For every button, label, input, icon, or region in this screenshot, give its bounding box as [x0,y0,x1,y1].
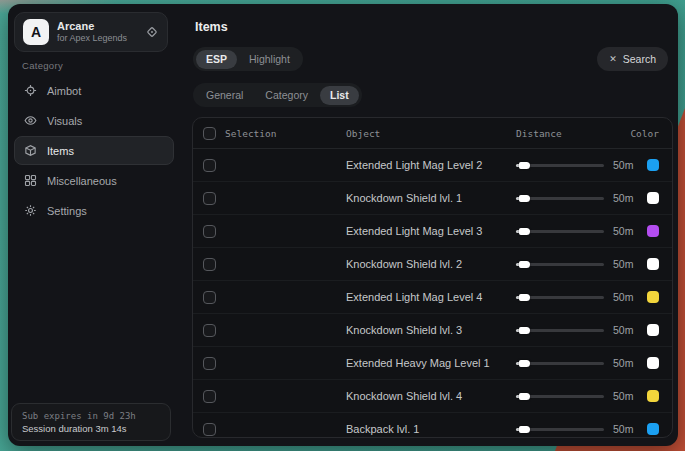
object-name: Knockdown Shield lvl. 3 [346,324,516,336]
distance-slider[interactable] [516,290,604,304]
row-checkbox[interactable] [203,159,216,172]
object-name: Extended Heavy Mag Level 1 [346,357,516,369]
table-row: Knockdown Shield lvl. 1 50m [193,182,672,215]
slider-thumb[interactable] [519,294,530,301]
category-label: Category [22,60,63,71]
sub-expiry-text: Sub expires in 9d 23h [22,411,160,421]
distance-slider[interactable] [516,158,604,172]
sidebar-nav: Aimbot Visuals Items Miscellaneous Setti… [14,76,174,226]
view-tabs: GeneralCategoryList [193,83,362,107]
mode-tabs: ESPHighlight [193,47,303,71]
slider-thumb[interactable] [519,327,530,334]
color-swatch[interactable] [647,291,659,303]
slider-thumb[interactable] [519,228,530,235]
distance-value: 50m [613,291,647,303]
object-name: Backpack lvl. 1 [346,423,516,435]
sidebar-item-label: Visuals [47,115,82,127]
row-checkbox[interactable] [203,324,216,337]
color-swatch[interactable] [647,192,659,204]
row-checkbox[interactable] [203,390,216,403]
select-all-checkbox[interactable] [203,127,216,140]
tab-general[interactable]: General [196,86,253,105]
tab-highlight[interactable]: Highlight [239,50,300,69]
slider-thumb[interactable] [519,261,530,268]
slider-thumb[interactable] [519,360,530,367]
sidebar-item-aimbot[interactable]: Aimbot [14,76,174,105]
distance-slider[interactable] [516,389,604,403]
slider-thumb[interactable] [519,426,530,433]
row-checkbox[interactable] [203,192,216,205]
app-logo: A [23,19,49,45]
tab-esp[interactable]: ESP [196,50,237,69]
row-checkbox[interactable] [203,225,216,238]
distance-slider[interactable] [516,191,604,205]
package-icon [24,144,38,158]
sidebar-item-miscellaneous[interactable]: Miscellaneous [14,166,174,195]
session-duration-text: Session duration 3m 14s [22,423,160,434]
sidebar-item-label: Settings [47,205,87,217]
distance-slider[interactable] [516,323,604,337]
distance-slider[interactable] [516,422,604,436]
gear-icon [24,204,38,218]
search-button-label: Search [623,53,656,65]
distance-value: 50m [613,258,647,270]
session-info-card: Sub expires in 9d 23h Session duration 3… [11,403,171,441]
distance-value: 50m [613,324,647,336]
color-swatch[interactable] [647,390,659,402]
distance-value: 50m [613,390,647,402]
row-checkbox[interactable] [203,357,216,370]
close-icon: ✕ [609,54,617,64]
color-swatch[interactable] [647,324,659,336]
tab-list[interactable]: List [320,86,359,105]
object-name: Extended Light Mag Level 3 [346,225,516,237]
distance-slider[interactable] [516,356,604,370]
color-swatch[interactable] [647,423,659,435]
brand-text: Arcane for Apex Legends [57,20,137,45]
page-title: Items [195,20,228,34]
app-subtitle: for Apex Legends [57,33,137,44]
table-row: Extended Light Mag Level 4 50m [193,281,672,314]
sidebar-item-label: Aimbot [47,85,81,97]
table-row: Extended Light Mag Level 3 50m [193,215,672,248]
color-swatch[interactable] [647,258,659,270]
column-header-color: Color [629,128,672,139]
color-swatch[interactable] [647,225,659,237]
table-header-row: Selection Object Distance Color [193,118,672,149]
sidebar-item-items[interactable]: Items [14,136,174,165]
eye-icon [24,114,38,128]
color-swatch[interactable] [647,159,659,171]
table-row: Backpack lvl. 1 50m [193,413,672,438]
sidebar-item-settings[interactable]: Settings [14,196,174,225]
distance-value: 50m [613,423,647,435]
distance-value: 50m [613,357,647,369]
sidebar-item-visuals[interactable]: Visuals [14,106,174,135]
row-checkbox[interactable] [203,423,216,436]
main-content: Items ESPHighlight ✕ Search GeneralCateg… [180,4,678,446]
table-row: Extended Heavy Mag Level 1 50m [193,347,672,380]
slider-thumb[interactable] [519,393,530,400]
app-name: Arcane [57,20,137,34]
row-checkbox[interactable] [203,258,216,271]
distance-slider[interactable] [516,257,604,271]
aimbot-crosshair-icon [24,84,38,98]
slider-thumb[interactable] [519,162,530,169]
search-button[interactable]: ✕ Search [597,47,668,71]
object-name: Knockdown Shield lvl. 4 [346,390,516,402]
sidebar-item-label: Items [47,145,74,157]
column-header-object: Object [346,128,516,139]
object-name: Knockdown Shield lvl. 2 [346,258,516,270]
table-row: Knockdown Shield lvl. 3 50m [193,314,672,347]
table-row: Extended Light Mag Level 2 50m [193,149,672,182]
diamond-badge-icon[interactable] [145,25,159,39]
distance-value: 50m [613,225,647,237]
grid-icon [24,174,38,188]
slider-thumb[interactable] [519,195,530,202]
row-checkbox[interactable] [203,291,216,304]
app-window: A Arcane for Apex Legends Category Aimbo… [8,4,678,446]
object-name: Knockdown Shield lvl. 1 [346,192,516,204]
sidebar: A Arcane for Apex Legends Category Aimbo… [8,4,180,446]
distance-slider[interactable] [516,224,604,238]
distance-value: 50m [613,192,647,204]
color-swatch[interactable] [647,357,659,369]
tab-category[interactable]: Category [255,86,318,105]
